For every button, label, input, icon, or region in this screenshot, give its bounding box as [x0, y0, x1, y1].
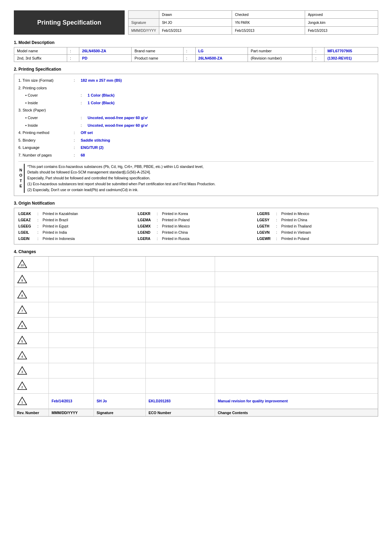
origin-desc-lgeth: Printed in Thailand	[281, 224, 374, 228]
origin-code-lgers: LGERS	[257, 212, 276, 216]
drawn-header: Drawn	[159, 11, 232, 19]
spec-value-pages: 68	[81, 152, 85, 159]
svg-text:9: 9	[21, 279, 23, 282]
origin-item-lgeak: LGEAK : Printed in Kazakhstan	[17, 211, 136, 216]
spec-value-language: ENG/TUR (2)	[81, 145, 104, 151]
part-number-label: Part number	[248, 47, 312, 55]
model-name-colon: :	[67, 47, 79, 55]
brand-name-colon: :	[183, 47, 195, 55]
origin-grid: LGEAK : Printed in Kazakhstan LGEKR : Pr…	[17, 211, 375, 241]
spec-row-trimsize: 1. Trim size (Format) : 182 mm x 257 mm …	[18, 77, 374, 84]
changes-cell-date-7	[49, 302, 94, 317]
triangle-icon-3: 3	[17, 366, 27, 375]
drawn-signature: SH JO	[159, 19, 232, 27]
changes-cell-date-5	[49, 333, 94, 348]
changes-cell-sig-2	[94, 378, 146, 393]
spec-row-pages: 7. Number of pages : 68	[18, 152, 374, 159]
svg-text:1: 1	[21, 401, 23, 404]
origin-code-lgend: LGEND	[138, 230, 157, 234]
origin-item-lgein: LGEIN : Printed in Indonesia	[17, 236, 136, 241]
spec-label-stock: 3. Stock (Paper)	[18, 107, 74, 114]
changes-cell-date-8	[49, 287, 94, 302]
origin-desc-lgeak: Printed in Kazakhstan	[43, 212, 135, 216]
svg-text:5: 5	[21, 340, 23, 343]
note-text-4: (2) Especially, Don't use or contain lea…	[27, 187, 374, 193]
origin-item-lgera: LGERA : Printed in Russia	[136, 236, 256, 241]
note-row-1: Details should be followed Eco-SCM manag…	[27, 169, 374, 175]
changes-cell-rev-2: 2	[14, 378, 49, 393]
svg-text:8: 8	[21, 294, 23, 297]
part-number-colon: :	[312, 47, 324, 55]
changes-cell-eco-7	[146, 302, 215, 317]
triangle-icon-5: 5	[17, 336, 27, 345]
changes-footer-date: MMM/DD/YYYY	[49, 409, 94, 416]
changes-cell-date-10	[49, 257, 94, 271]
origin-code-lgeeg: LGEEG	[18, 224, 37, 228]
svg-text:3: 3	[21, 370, 23, 374]
triangle-icon-8: 8	[17, 290, 27, 299]
notes-container: N O T E *This part contains Eco-hazardou…	[18, 164, 374, 193]
changes-cell-eco-9	[146, 272, 215, 287]
spec-label-cover-color: • Cover	[25, 92, 81, 99]
changes-cell-rev-1: 1	[14, 394, 49, 409]
origin-code-lgema: LGEMA	[138, 218, 157, 222]
revision-number-colon: :	[312, 55, 324, 62]
changes-cell-rev-9: 9	[14, 272, 49, 287]
changes-cell-contents-10	[215, 257, 378, 271]
origin-item-lgevn: LGEVN : Printed in Vietnam	[256, 230, 375, 235]
origin-code-lgewr: LGEWR	[257, 236, 276, 241]
origin-desc-lgemx: Printed in Mexico	[162, 224, 255, 228]
origin-code-lgekr: LGEKR	[138, 212, 157, 216]
origin-desc-lgera: Printed in Russia	[162, 236, 255, 241]
notes-text-block: *This part contains Eco-hazardous substa…	[27, 164, 374, 193]
origin-item-lgers: LGERS : Printed in Mexico	[256, 211, 375, 216]
spec-row-inside-stock: • Inside : Uncoted, wood-free paper 60 g…	[25, 122, 374, 129]
origin-code-lgeth: LGETH	[257, 224, 276, 228]
origin-code-lgeaz: LGEAZ	[18, 218, 37, 222]
origin-desc-lgein: Printed in Indonesia	[43, 236, 135, 241]
note-text-0: *This part contains Eco-hazardous substa…	[27, 164, 374, 170]
svg-text:2: 2	[21, 385, 23, 389]
origin-item-lgend: LGEND : Printed in China	[136, 230, 256, 235]
approved-date: Feb/15/2013	[305, 27, 378, 35]
svg-text:4: 4	[21, 355, 23, 358]
svg-text:10: 10	[20, 263, 24, 267]
suffix-value: PD	[79, 55, 132, 62]
header: Printing Specification Drawn Checked App…	[14, 10, 378, 35]
origin-desc-lgeil: Printed in India	[43, 230, 135, 234]
changes-cell-eco-8	[146, 287, 215, 302]
origin-code-lgemx: LGEMX	[138, 224, 157, 228]
origin-item-lgeil: LGEIL : Printed in India	[17, 230, 136, 235]
note-row-0: *This part contains Eco-hazardous substa…	[27, 164, 374, 170]
changes-cell-rev-5: 5	[14, 333, 49, 348]
approved-header: Approved	[305, 11, 378, 19]
approval-label-empty	[128, 11, 159, 19]
part-number-value: MFL67707905	[324, 47, 378, 55]
spec-label-colors: 2. Printing colors	[18, 85, 74, 91]
changes-row-4: 4	[14, 348, 378, 363]
changes-cell-sig-10	[94, 257, 146, 271]
changes-row-3: 3	[14, 363, 378, 378]
changes-cell-date-6	[49, 318, 94, 332]
changes-row-1: 1 Feb/14/2013 SH Jo EKLD201283 Manual re…	[14, 394, 378, 409]
changes-cell-contents-4	[215, 348, 378, 363]
origin-desc-lgewr: Printed in Poland	[281, 236, 374, 241]
changes-cell-rev-6: 6	[14, 318, 49, 332]
changes-cell-sig-6	[94, 318, 146, 332]
suffix-label: 2nd, 3rd Suffix	[14, 55, 67, 62]
product-name-colon: :	[183, 55, 195, 62]
spec-value-inside-stock: Uncoted, wood-free paper 60 g/㎡	[88, 123, 148, 129]
product-name-label: Product name	[132, 55, 183, 62]
changes-cell-date-1: Feb/14/2013	[49, 394, 94, 409]
note-row-4: (2) Especially, Don't use or contain lea…	[27, 187, 374, 193]
changes-cell-contents-6	[215, 318, 378, 332]
changes-cell-rev-7: 7	[14, 302, 49, 317]
model-description-title: 1. Model Description	[14, 40, 378, 45]
note-text-2: Especially, Part should be followed and …	[27, 175, 374, 181]
changes-cell-rev-10: 10	[14, 257, 49, 271]
note-row-3: (1) Eco-hazardous substances test report…	[27, 181, 374, 187]
changes-cell-contents-5	[215, 333, 378, 348]
spec-row-cover-color: • Cover : 1 Color (Black)	[25, 92, 374, 99]
origin-code-lgein: LGEIN	[18, 236, 37, 241]
spec-label-cover-stock: • Cover	[25, 115, 81, 121]
